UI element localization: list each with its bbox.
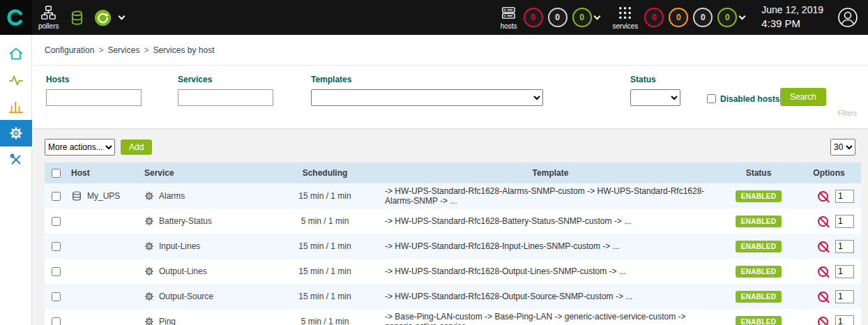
filter-panel: Hosts Services Templates Status Disabled… (32, 66, 868, 129)
duplicate-count-input[interactable] (835, 265, 854, 278)
disabled-hosts-toggle[interactable]: Disabled hosts (704, 92, 779, 105)
status-badge: ENABLED (736, 291, 782, 303)
disable-icon[interactable] (818, 191, 828, 202)
services-unknown-counter[interactable]: 0 (693, 8, 713, 27)
add-button[interactable]: Add (121, 139, 152, 155)
hosts-up-counter[interactable]: 0 (572, 8, 592, 27)
user-icon (837, 7, 858, 28)
templates-filter-field: Templates (311, 75, 543, 106)
row-checkbox[interactable] (52, 317, 61, 325)
platform-health[interactable] (94, 9, 112, 27)
user-menu[interactable] (837, 7, 858, 28)
service-name[interactable]: Output-Source (159, 292, 213, 301)
row-checkbox[interactable] (52, 242, 61, 251)
services-warning-counter[interactable]: 0 (669, 8, 688, 27)
select-all-checkbox[interactable] (52, 169, 61, 178)
row-checkbox[interactable] (52, 292, 61, 301)
more-actions-select[interactable]: More actions... (45, 139, 115, 156)
template-chain: -> HW-UPS-Standard-Rfc1628-Alarms-SNMP-c… (381, 183, 720, 209)
service-name[interactable]: Battery-Status (159, 216, 212, 226)
home-icon (8, 46, 24, 61)
search-button[interactable]: Search (780, 88, 826, 106)
template-chain: -> HW-UPS-Standard-Rfc1628-Battery-Statu… (381, 209, 720, 234)
duplicate-count-input[interactable] (835, 240, 854, 253)
services-menu[interactable]: services (613, 6, 639, 30)
disabled-hosts-label: Disabled hosts (720, 94, 779, 104)
sidebar-item-home[interactable] (0, 40, 32, 67)
breadcrumb: Configuration > Services > Services by h… (32, 35, 868, 66)
chevron-down-icon[interactable] (739, 13, 746, 20)
service-gear-icon (144, 241, 154, 251)
disable-icon[interactable] (818, 317, 828, 325)
template-chain: -> Base-Ping-LAN-custom -> Base-Ping-LAN… (381, 309, 720, 325)
row-checkbox[interactable] (52, 192, 61, 201)
services-table: Host Service Scheduling Template Status … (45, 162, 861, 325)
host-icon (71, 190, 82, 202)
table-row: Input-Lines 15 min / 1 min -> HW-UPS-Sta… (45, 234, 861, 259)
host-name[interactable]: My_UPS (87, 191, 120, 201)
chevron-down-icon[interactable] (593, 13, 600, 20)
header-service: Service (140, 162, 269, 183)
hosts-down-counter[interactable]: 0 (524, 8, 543, 27)
page-size-select[interactable]: 30 (830, 139, 855, 156)
status-badge: ENABLED (736, 316, 782, 325)
header-host: Host (67, 162, 140, 183)
breadcrumb-configuration[interactable]: Configuration (45, 45, 94, 55)
templates-filter-label: Templates (311, 75, 543, 84)
current-time: 4:39 PM (761, 17, 823, 31)
disable-icon[interactable] (818, 292, 828, 302)
templates-filter-select[interactable] (311, 89, 543, 106)
chevron-down-icon[interactable] (119, 13, 125, 20)
datetime: June 12, 2019 4:39 PM (761, 3, 823, 31)
service-name[interactable]: Ping (159, 317, 176, 325)
service-name[interactable]: Output-Lines (159, 266, 207, 276)
service-gear-icon (144, 191, 154, 201)
scheduling-value: 5 min / 1 min (269, 309, 381, 325)
header-status: Status (720, 162, 797, 183)
database-status[interactable] (70, 10, 84, 25)
pollers-icon (41, 6, 56, 20)
centreon-logo[interactable] (0, 0, 32, 35)
status-filter-select[interactable] (630, 89, 680, 106)
sidebar-item-administration[interactable] (0, 146, 32, 173)
service-name[interactable]: Input-Lines (159, 241, 200, 251)
scheduling-value: 15 min / 1 min (269, 259, 381, 284)
status-badge: ENABLED (736, 241, 782, 252)
services-label: services (613, 22, 639, 30)
duplicate-count-input[interactable] (835, 290, 854, 303)
duplicate-count-input[interactable] (835, 315, 854, 325)
table-row: Output-Source 15 min / 1 min -> HW-UPS-S… (45, 284, 861, 309)
table-header-row: Host Service Scheduling Template Status … (45, 162, 861, 183)
status-badge: ENABLED (736, 216, 782, 227)
services-critical-counter[interactable]: 0 (644, 8, 664, 27)
services-filter-input[interactable] (178, 89, 273, 106)
hosts-unreachable-counter[interactable]: 0 (548, 8, 568, 27)
sidebar-item-configuration[interactable] (0, 120, 32, 146)
duplicate-count-input[interactable] (835, 190, 854, 203)
status-badge: ENABLED (736, 266, 782, 278)
table-row: Battery-Status 5 min / 1 min -> HW-UPS-S… (45, 209, 861, 234)
sidebar (0, 35, 32, 325)
disable-icon[interactable] (818, 216, 828, 227)
chart-icon (8, 99, 24, 114)
row-checkbox[interactable] (52, 267, 61, 276)
disable-icon[interactable] (818, 266, 828, 277)
scheduling-value: 5 min / 1 min (269, 209, 381, 234)
hosts-menu[interactable]: hosts (501, 6, 517, 30)
sidebar-item-reporting[interactable] (0, 93, 32, 120)
breadcrumb-services[interactable]: Services (107, 45, 139, 55)
service-name[interactable]: Alarms (159, 191, 185, 201)
sidebar-item-monitoring[interactable] (0, 67, 32, 93)
hosts-filter-input[interactable] (46, 89, 142, 106)
duplicate-count-input[interactable] (835, 215, 854, 228)
service-gear-icon (144, 292, 154, 301)
status-filter-field: Status (630, 75, 680, 106)
disabled-hosts-checkbox[interactable] (707, 94, 716, 103)
disable-icon[interactable] (818, 241, 828, 252)
row-checkbox[interactable] (52, 217, 61, 226)
services-ok-counter[interactable]: 0 (717, 8, 737, 27)
hosts-icon (501, 6, 516, 20)
pollers-menu[interactable]: pollers (38, 6, 59, 30)
tools-icon (8, 152, 24, 167)
status-filter-label: Status (630, 75, 680, 84)
